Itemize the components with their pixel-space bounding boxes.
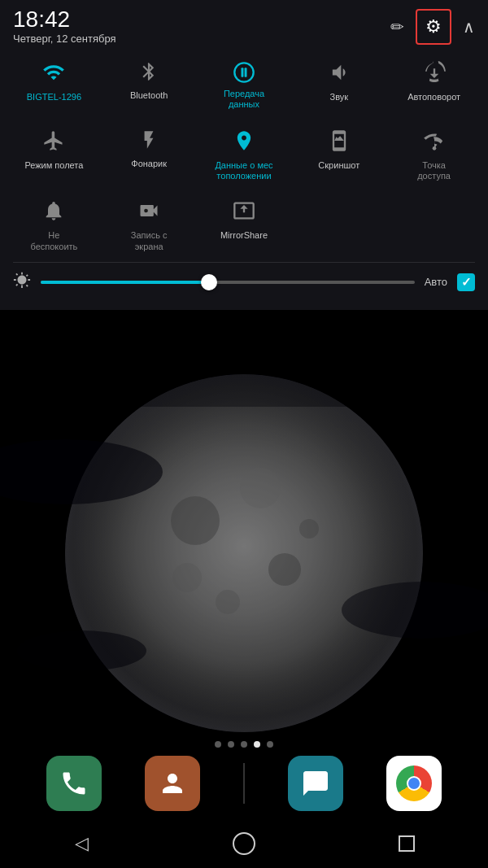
tile-empty-4 (291, 191, 386, 258)
tile-bluetooth[interactable]: Bluetooth (102, 53, 197, 118)
tile-autorotate[interactable]: Автоповорот (386, 53, 481, 118)
messages-app-icon[interactable] (288, 756, 343, 811)
quick-tiles-row3: Небеспокоить Запись сэкрана MirrorShare (0, 191, 488, 261)
hotspot-icon (423, 129, 446, 155)
svg-point-19 (432, 146, 436, 150)
brightness-fill (41, 281, 209, 284)
nav-bar: ◁ ○ (0, 819, 488, 868)
tile-wifi[interactable]: BIGTEL-1296 (7, 53, 102, 118)
dot-3 (241, 741, 247, 748)
location-icon (233, 129, 255, 155)
tile-mirrorshare[interactable]: MirrorShare (197, 191, 292, 258)
tile-hotspot[interactable]: Точкадоступа (386, 121, 481, 188)
status-time: 18:42 (13, 8, 116, 31)
tile-screenrecord[interactable]: Запись сэкрана (102, 191, 197, 258)
bluetooth-label: Bluetooth (130, 90, 168, 101)
status-right: ✏ ⚙ ∧ (390, 9, 475, 45)
flashlight-label: Фонарик (131, 159, 167, 169)
screenshot-icon (328, 129, 351, 155)
autorotate-label: Автоповорот (407, 92, 460, 103)
data-label: Передачаданных (224, 89, 264, 110)
wifi-label: BIGTEL-1296 (27, 92, 81, 103)
status-bar: 18:42 Четверг, 12 сентября ✏ ⚙ ∧ (0, 0, 488, 50)
flashlight-icon (138, 129, 159, 154)
contacts-app-icon[interactable] (145, 756, 200, 811)
svg-point-8 (65, 374, 423, 732)
dock-dots (0, 741, 488, 748)
phone-app-icon[interactable] (46, 756, 102, 811)
recents-button[interactable] (386, 823, 427, 864)
brightness-auto-label: Авто (425, 276, 447, 288)
screenrecord-label: Запись сэкрана (131, 230, 168, 251)
recents-icon (399, 835, 415, 852)
brightness-auto-checkbox[interactable]: ✓ (457, 273, 475, 291)
tile-airplane[interactable]: Режим полета (7, 121, 102, 188)
tile-dnd[interactable]: Небеспокоить (7, 191, 102, 258)
home-icon: ○ (233, 832, 255, 855)
screenrecord-icon (137, 199, 160, 225)
home-button[interactable]: ○ (224, 823, 264, 864)
chrome-app-icon[interactable] (386, 756, 442, 811)
dot-1 (215, 741, 221, 748)
tile-sound[interactable]: Звук (291, 53, 386, 118)
autorotate-icon (423, 61, 446, 87)
status-date: Четверг, 12 сентября (13, 33, 116, 45)
location-label: Данные о местоположении (215, 160, 272, 181)
airplane-label: Режим полета (24, 160, 83, 171)
hotspot-label: Точкадоступа (417, 160, 451, 181)
quick-tiles-row2: Режим полета Фонарик Данные о местополож… (0, 121, 488, 191)
back-button[interactable]: ◁ (61, 823, 102, 864)
dot-5 (267, 741, 273, 748)
dot-2 (228, 741, 234, 748)
quick-settings-panel: 18:42 Четверг, 12 сентября ✏ ⚙ ∧ BIGTEL-… (0, 0, 488, 310)
checkmark-icon: ✓ (461, 275, 472, 290)
dot-4 (254, 741, 260, 748)
tile-empty-5 (386, 191, 481, 258)
settings-button[interactable]: ⚙ (416, 9, 451, 45)
tile-location[interactable]: Данные о местоположении (197, 121, 292, 188)
tile-flashlight[interactable]: Фонарик (102, 121, 197, 188)
airplane-icon (42, 129, 65, 155)
dnd-label: Небеспокоить (30, 230, 77, 251)
quick-tiles-row1: BIGTEL-1296 Bluetooth (0, 50, 488, 121)
brightness-slider[interactable] (41, 281, 415, 284)
chevron-up-icon[interactable]: ∧ (463, 17, 475, 37)
dock-divider (243, 763, 245, 804)
status-left: 18:42 Четверг, 12 сентября (13, 8, 116, 45)
sound-label: Звук (330, 92, 349, 103)
bluetooth-icon (138, 61, 159, 85)
dock-bar (0, 756, 488, 811)
edit-icon[interactable]: ✏ (390, 17, 404, 37)
settings-icon: ⚙ (425, 16, 442, 37)
tile-screenshot[interactable]: Скриншот (291, 121, 386, 188)
wifi-icon (42, 61, 65, 87)
brightness-thumb[interactable] (201, 274, 217, 290)
svg-rect-17 (241, 68, 243, 77)
screenshot-label: Скриншот (318, 160, 359, 171)
svg-rect-18 (245, 68, 247, 77)
sound-icon (328, 61, 351, 87)
svg-point-16 (234, 63, 253, 81)
tile-data[interactable]: Передачаданных (197, 53, 292, 118)
dnd-icon (42, 199, 65, 225)
brightness-icon (13, 271, 31, 294)
mirrorshare-icon (233, 199, 255, 225)
mirrorshare-label: MirrorShare (220, 230, 268, 241)
brightness-row: Авто ✓ (0, 263, 488, 302)
svg-point-12 (16, 630, 146, 671)
back-icon: ◁ (75, 833, 89, 854)
